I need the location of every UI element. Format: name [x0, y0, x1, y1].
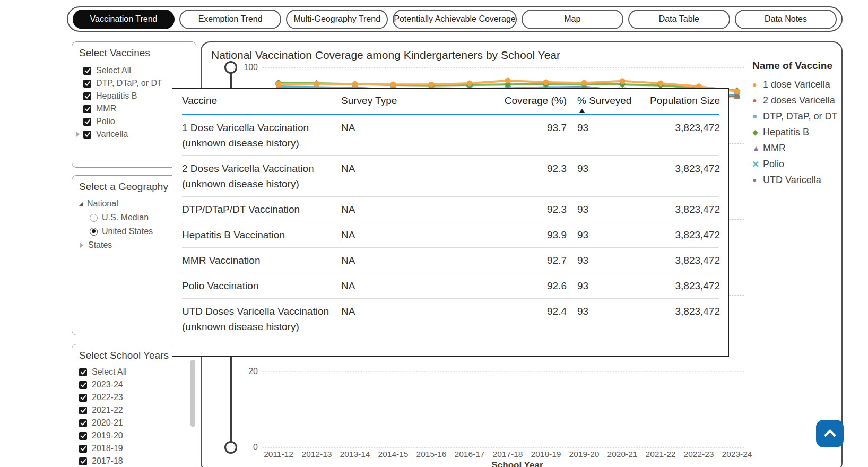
x-axis-label: 2023-24: [718, 449, 756, 459]
tab-multi-geography-trend[interactable]: Multi-Geography Trend: [286, 10, 388, 29]
column-header-coverage[interactable]: Coverage (%): [495, 95, 567, 114]
checkbox-checked-icon[interactable]: [79, 368, 87, 376]
x-axis-title: School Year: [475, 460, 560, 467]
chart-tooltip-table: Vaccine Survey Type Coverage (%) % Surve…: [172, 88, 729, 357]
x-axis-label: 2021-22: [641, 449, 680, 459]
school-year-option[interactable]: 2023-24: [72, 378, 196, 391]
checkbox-checked-icon[interactable]: [79, 457, 87, 465]
x-axis-label: 2017-18: [489, 449, 527, 459]
checkbox-checked-icon[interactable]: [83, 80, 91, 88]
checkbox-checked-icon[interactable]: [79, 407, 87, 414]
x-axis-label: 2016-17: [450, 449, 489, 459]
checkbox-checked-icon[interactable]: [79, 432, 87, 440]
x-axis-label: 2019-20: [565, 449, 603, 459]
table-row: 1 Dose Varicella Vaccination (unknown di…: [182, 115, 719, 155]
checkbox-checked-icon[interactable]: [79, 394, 87, 402]
checkbox-checked-icon[interactable]: [79, 445, 87, 453]
x-axis-label: 2015-16: [412, 449, 450, 459]
legend-item-hepatitis-b[interactable]: ◆ Hepatitis B: [752, 124, 843, 140]
legend-item-1-dose-varicella[interactable]: ● 1 dose Varicella: [752, 76, 843, 92]
x-axis-label: 2012-13: [298, 449, 336, 459]
checkbox-checked-icon[interactable]: [83, 118, 91, 126]
select-school-years-panel: Select School Years Select All 2023-24 2…: [72, 344, 196, 467]
tab-potentially-achievable-coverage[interactable]: Potentially Achievable Coverage: [393, 10, 516, 29]
chart-legend: Name of Vaccine ● 1 dose Varicella ● 2 d…: [752, 60, 843, 188]
legend-title: Name of Vaccine: [752, 60, 843, 72]
school-year-option[interactable]: 2017-18: [72, 455, 196, 467]
square-marker-icon: ■: [752, 113, 763, 120]
column-header-survey-type[interactable]: Survey Type: [341, 95, 495, 114]
table-row: Hepatitis B Vaccination NA 93.9 93 3,823…: [182, 222, 719, 247]
legend-item-mmr[interactable]: ▲ MMR: [752, 140, 843, 156]
tab-vaccination-trend[interactable]: Vaccination Trend: [73, 10, 175, 29]
legend-item-dtp[interactable]: ■ DTP, DTaP, or DT: [752, 108, 843, 124]
school-year-option[interactable]: 2021-22: [72, 404, 196, 417]
vaccine-option-select-all[interactable]: Select All: [72, 64, 196, 77]
tab-data-table[interactable]: Data Table: [628, 10, 730, 29]
x-marker-icon: ×: [752, 160, 763, 168]
tab-data-notes[interactable]: Data Notes: [735, 10, 837, 29]
circle-marker-icon: ●: [752, 176, 763, 184]
x-axis-label: 2011-12: [259, 449, 298, 459]
checkbox-checked-icon[interactable]: [83, 92, 91, 100]
tab-map[interactable]: Map: [522, 10, 623, 29]
y-axis-label-20: 20: [234, 367, 258, 376]
table-row: 2 Doses Varicella Vaccination (unknown d…: [182, 155, 719, 196]
legend-item-polio[interactable]: × Polio: [752, 156, 843, 172]
radio-selected-icon[interactable]: [90, 228, 98, 236]
x-axis-label: 2013-14: [336, 449, 374, 459]
x-axis-label: 2022-23: [680, 449, 718, 459]
column-header-vaccine[interactable]: Vaccine: [182, 95, 341, 114]
collapse-arrow-icon[interactable]: [79, 202, 83, 206]
scroll-to-top-button[interactable]: [816, 420, 844, 447]
checkbox-checked-icon[interactable]: [83, 67, 91, 75]
table-row: DTP/DTaP/DT Vaccination NA 92.3 93 3,823…: [182, 196, 719, 222]
chart-title: National Vaccination Coverage among Kind…: [211, 49, 560, 62]
x-axis-label: 2020-21: [603, 449, 641, 459]
school-years-scrollbar[interactable]: [190, 360, 195, 427]
circle-marker-icon: ●: [752, 97, 763, 104]
legend-item-2-doses-varicella[interactable]: ● 2 doses Varicella: [752, 92, 843, 108]
select-vaccines-title: Select Vaccines: [72, 42, 196, 59]
school-year-option[interactable]: 2020-21: [72, 417, 196, 429]
top-tab-bar: Vaccination Trend Exemption Trend Multi-…: [67, 6, 843, 32]
tooltip-header-row: Vaccine Survey Type Coverage (%) % Surve…: [182, 89, 719, 115]
y-axis-label-100: 100: [234, 63, 258, 72]
column-header-surveyed[interactable]: % Surveyed: [567, 95, 633, 114]
table-row: UTD Doses Varicella Vaccination (unknown…: [182, 298, 719, 339]
x-axis-label: 2018-19: [527, 449, 565, 459]
triangle-marker-icon: ▲: [752, 144, 763, 152]
expand-arrow-icon[interactable]: [80, 243, 83, 248]
circle-marker-icon: ●: [752, 81, 763, 88]
x-axis-label: 2014-15: [374, 449, 412, 459]
chevron-up-icon: [823, 429, 836, 442]
table-row: Polio Vaccination NA 92.6 93 3,823,472: [182, 273, 719, 298]
checkbox-checked-icon[interactable]: [83, 131, 91, 139]
checkbox-checked-icon[interactable]: [83, 105, 91, 113]
legend-item-utd-varicella[interactable]: ● UTD Varicella: [752, 172, 843, 188]
sort-ascending-icon: [579, 109, 585, 113]
school-year-option[interactable]: 2022-23: [72, 391, 196, 404]
expand-arrow-icon[interactable]: [76, 132, 80, 137]
school-year-option[interactable]: 2018-19: [72, 442, 196, 455]
radio-unselected-icon[interactable]: [90, 214, 98, 222]
diamond-marker-icon: ◆: [752, 128, 763, 136]
tab-exemption-trend[interactable]: Exemption Trend: [179, 10, 281, 29]
checkbox-checked-icon[interactable]: [79, 381, 87, 389]
checkbox-checked-icon[interactable]: [79, 419, 87, 427]
column-header-population-size[interactable]: Population Size: [633, 95, 720, 114]
school-year-option[interactable]: 2019-20: [72, 429, 196, 442]
school-year-option-select-all[interactable]: Select All: [72, 366, 196, 378]
table-row: MMR Vaccination NA 92.7 93 3,823,472: [182, 247, 719, 273]
y-axis-label-0: 0: [234, 443, 258, 452]
